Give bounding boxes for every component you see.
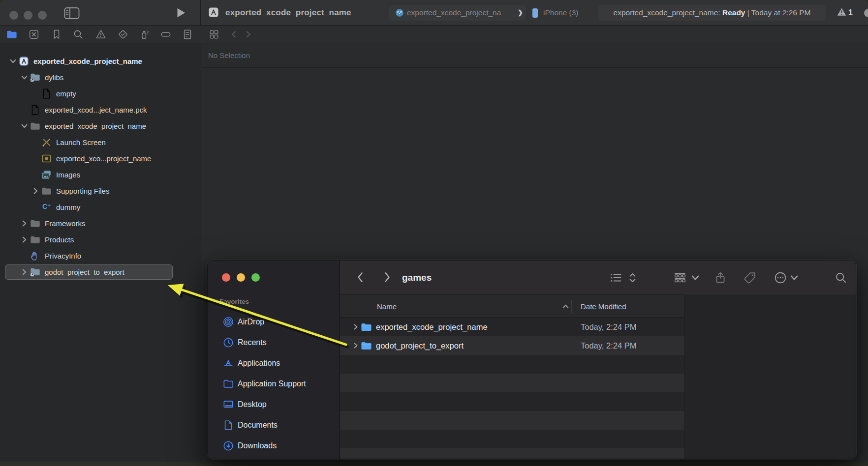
column-divider[interactable] (571, 300, 572, 313)
file-icon (30, 105, 40, 115)
status-state: Ready (722, 8, 745, 17)
applications-icon (223, 358, 234, 369)
project-tree-label: Launch Screen (56, 134, 106, 150)
search-icon[interactable] (835, 271, 847, 284)
folder-ref-icon (30, 72, 40, 83)
back-icon[interactable] (356, 270, 365, 284)
share-icon[interactable] (714, 271, 727, 284)
minimize-window-button[interactable] (24, 11, 32, 20)
disclosure-chevron-icon[interactable] (21, 269, 28, 275)
downloads-icon (223, 440, 234, 451)
iphone-icon (532, 8, 538, 18)
disclosure-chevron-icon[interactable] (32, 188, 39, 194)
project-tree-label: empty (56, 86, 76, 102)
column-header-date-modified[interactable]: Date Modified (581, 295, 626, 318)
finder-minimize-button[interactable] (237, 273, 245, 282)
project-tree-label: dylibs (45, 69, 63, 86)
sidebar-item-application-support[interactable]: Application Support (208, 374, 340, 394)
sidebar-item-recents[interactable]: Recents (208, 332, 340, 353)
issues-navigator-icon[interactable] (95, 29, 106, 40)
find-navigator-icon[interactable] (73, 29, 84, 40)
project-tree-label: exported_xcod...ject_name.pck (45, 102, 147, 118)
tag-icon[interactable] (744, 271, 756, 284)
warning-icon[interactable] (837, 7, 847, 17)
project-navigator-icon[interactable] (6, 29, 17, 40)
activity-status-bar[interactable]: exported_xcode_project_name: Ready | Tod… (598, 5, 826, 21)
project-tree-row[interactable]: Images (0, 167, 201, 183)
disclosure-chevron-icon[interactable] (21, 123, 28, 129)
view-arrows-icon[interactable] (628, 271, 637, 284)
zoom-window-button[interactable] (38, 11, 47, 20)
toggle-sidebar-icon[interactable] (64, 7, 80, 20)
plist-icon (41, 153, 52, 164)
recents-icon (223, 337, 234, 348)
finder-zoom-button[interactable] (251, 273, 260, 282)
project-tree-row[interactable]: empty (0, 86, 201, 102)
tests-navigator-icon[interactable] (118, 29, 128, 40)
project-tree-row[interactable]: godot_project_to_export (0, 264, 201, 280)
clipped-toolbar-icon (864, 9, 868, 17)
bookmarks-navigator-icon[interactable] (51, 29, 62, 40)
project-tree-row[interactable]: Supporting Files (0, 183, 201, 199)
project-tree-row[interactable]: PrivacyInfo (0, 248, 201, 264)
disclosure-chevron-icon[interactable] (21, 74, 28, 81)
file-row[interactable]: exported_xcode_project_nameToday, 2:24 P… (340, 318, 684, 336)
images-icon (41, 170, 52, 180)
sidebar-item-applications[interactable]: Applications (208, 353, 340, 374)
disclosure-chevron-icon[interactable] (10, 58, 16, 64)
debug-navigator-icon[interactable] (140, 29, 151, 40)
list-right-panel (684, 294, 856, 459)
warning-count[interactable]: 1 (848, 0, 853, 26)
sidebar-item-documents[interactable]: Documents (208, 415, 340, 436)
finder-main: games Name Date Modified exported_xcode_… (340, 261, 856, 459)
breakpoints-navigator-icon[interactable] (160, 29, 171, 40)
project-tree-row[interactable]: exported_xcode_project_name (0, 53, 201, 69)
disclosure-chevron-icon[interactable] (21, 236, 28, 243)
group-view-icon[interactable] (674, 271, 686, 284)
editor-forward-icon[interactable] (245, 29, 252, 40)
titlebar-divider (200, 0, 201, 26)
project-tree-row[interactable]: Products (0, 232, 201, 248)
sidebar-item-downloads[interactable]: Downloads (208, 436, 340, 456)
finder-window-title: games (402, 261, 432, 294)
disclosure-chevron-icon[interactable] (353, 324, 359, 330)
sidebar-item-label: Applications (238, 353, 280, 374)
sidebar-item-desktop[interactable]: Desktop (208, 394, 340, 415)
project-tree-row[interactable]: Launch Screen (0, 134, 201, 150)
more-icon[interactable] (774, 271, 787, 284)
project-tree-row[interactable]: exported_xcod...ject_name.pck (0, 102, 201, 118)
chevron-down-icon[interactable] (691, 274, 699, 282)
project-tree-row[interactable]: dylibs (0, 69, 201, 86)
close-window-button[interactable] (9, 11, 18, 20)
xcode-project-icon (19, 56, 29, 66)
project-tree-row[interactable]: Frameworks (0, 215, 201, 232)
editor-grid-icon[interactable] (209, 29, 219, 40)
changes-navigator-icon[interactable] (29, 29, 39, 40)
scheme-name: exported_xcode_project_na (407, 5, 514, 21)
project-tree-row[interactable]: exported_xcode_project_name (0, 118, 201, 134)
run-button[interactable] (176, 7, 186, 18)
project-tree-row[interactable]: exported_xco...project_name (0, 150, 201, 167)
file-name: exported_xcode_project_name (376, 318, 488, 336)
list-view-icon[interactable] (610, 271, 622, 284)
finder-window: Favorites AirDropRecentsApplicationsAppl… (207, 260, 856, 459)
file-row[interactable]: godot_project_to_exportToday, 2:24 PM (340, 336, 684, 355)
editor-back-icon[interactable] (230, 29, 237, 40)
scheme-selector[interactable]: exported_xcode_project_na ❯ (389, 5, 526, 21)
sidebar-item-airdrop[interactable]: AirDrop (208, 312, 340, 332)
folder-icon (30, 218, 40, 229)
project-tree-label: Supporting Files (56, 183, 109, 199)
chevron-down-icon[interactable] (790, 274, 798, 282)
forward-icon[interactable] (383, 270, 392, 284)
project-tree-row[interactable]: C⁺dummy (0, 199, 201, 215)
sidebar-item-label: Application Support (238, 374, 306, 394)
disclosure-chevron-icon[interactable] (353, 343, 359, 349)
finder-close-button[interactable] (222, 273, 230, 282)
list-header: Name Date Modified (340, 294, 684, 318)
xcode-titlebar: exported_xcode_project_name exported_xco… (0, 0, 868, 26)
column-header-name[interactable]: Name (377, 295, 397, 318)
disclosure-chevron-icon[interactable] (21, 220, 28, 227)
sidebar-item-label: Recents (238, 332, 267, 353)
reports-navigator-icon[interactable] (182, 29, 193, 40)
project-tree-label: exported_xcode_project_name (45, 118, 146, 134)
